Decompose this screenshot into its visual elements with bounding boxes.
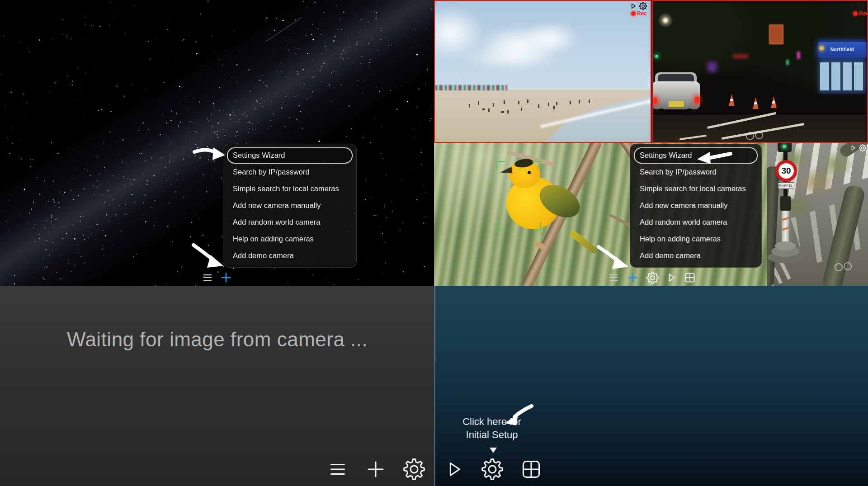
- car: [652, 72, 702, 118]
- settings-icon[interactable]: [639, 2, 647, 10]
- waiting-message: Waiting for image from camera ...: [67, 328, 368, 351]
- settings-icon[interactable]: [859, 144, 866, 151]
- play-icon[interactable]: [443, 459, 464, 480]
- add-camera-menu: Settings WizardSearch by IP/passwordSimp…: [223, 144, 357, 268]
- add-camera-icon[interactable]: [365, 458, 387, 480]
- detection-bracket: [533, 222, 541, 231]
- menu-item-add-new-camera-manually[interactable]: Add new camera manually: [227, 198, 353, 214]
- menu-icon[interactable]: [327, 459, 348, 480]
- layout-grid-icon[interactable]: [520, 458, 542, 480]
- settings-icon[interactable]: [403, 458, 425, 480]
- rec-dot-icon: [631, 11, 636, 16]
- street-lamp-glow: [658, 13, 673, 28]
- beach-horizon-buildings: [435, 85, 507, 90]
- menu-item-add-random-world-camera[interactable]: Add random world camera: [227, 214, 353, 231]
- tutorial-arrow-to-add-icon: [190, 241, 228, 269]
- pane-starfield: Settings WizardSearch by IP/passwordSimp…: [0, 0, 434, 286]
- camera-tile-beach[interactable]: Rec: [434, 0, 651, 143]
- add-camera-icon[interactable]: [219, 271, 233, 284]
- settings-icon[interactable]: [646, 272, 659, 284]
- menu-item-simple-search-for-local-cameras[interactable]: Simple search for local cameras: [227, 181, 353, 197]
- menu-item-simple-search-for-local-cameras[interactable]: Simple search for local cameras: [634, 181, 758, 197]
- sign-plaque: RAPPEL: [778, 182, 794, 189]
- caret-down-icon: [490, 448, 497, 453]
- menu-icon[interactable]: [202, 272, 213, 283]
- tutorial-arrow-to-setup-icon: [498, 402, 535, 427]
- camera-tile-crosswalk[interactable]: 30 RAPPEL: [767, 143, 868, 286]
- play-icon[interactable]: [665, 272, 677, 283]
- pane-initial-setup: [434, 286, 868, 486]
- play-icon[interactable]: [847, 2, 855, 10]
- traffic-light: [778, 143, 792, 152]
- menu-icon[interactable]: [608, 272, 619, 283]
- detection-bracket: [496, 161, 505, 170]
- camera-tile-night-street[interactable]: Northfield Rec: [652, 0, 868, 143]
- tutorial-arrow-to-add-icon: [595, 243, 633, 270]
- settings-icon[interactable]: [481, 458, 503, 480]
- menu-item-search-by-ip-password[interactable]: Search by IP/password: [634, 164, 758, 180]
- play-icon[interactable]: [629, 2, 637, 10]
- storefront: Northfield: [818, 39, 866, 94]
- recording-indicator: Rec: [631, 10, 647, 17]
- speed-limit-sign: 30: [775, 160, 797, 182]
- recording-indicator: Rec: [853, 10, 868, 17]
- menu-item-add-demo-camera[interactable]: Add demo camera: [634, 248, 758, 264]
- menu-item-add-demo-camera[interactable]: Add demo camera: [227, 248, 353, 264]
- menu-item-help-on-adding-cameras[interactable]: Help on adding cameras: [634, 231, 758, 247]
- pane-camera-grid: Rec Northfield: [434, 0, 868, 286]
- pane-waiting-camera: [0, 286, 434, 486]
- menu-item-settings-wizard[interactable]: Settings Wizard: [227, 147, 353, 164]
- tutorial-arrow-to-menu-icon: [694, 149, 733, 166]
- add-camera-icon[interactable]: [626, 271, 640, 284]
- play-icon[interactable]: [849, 144, 857, 151]
- tutorial-arrow-to-menu-icon: [192, 145, 226, 164]
- menu-item-help-on-adding-cameras[interactable]: Help on adding cameras: [227, 231, 353, 247]
- detection-bracket: [533, 161, 541, 170]
- layout-grid-icon[interactable]: [684, 272, 696, 283]
- detection-bracket: [496, 222, 505, 231]
- storefront-sign: Northfield: [818, 42, 866, 57]
- menu-item-add-random-world-camera[interactable]: Add random world camera: [634, 214, 758, 231]
- settings-icon[interactable]: [857, 2, 865, 10]
- menu-item-add-new-camera-manually[interactable]: Add new camera manually: [634, 198, 758, 214]
- rec-dot-icon: [853, 11, 858, 16]
- menu-item-search-by-ip-password[interactable]: Search by IP/password: [227, 164, 353, 180]
